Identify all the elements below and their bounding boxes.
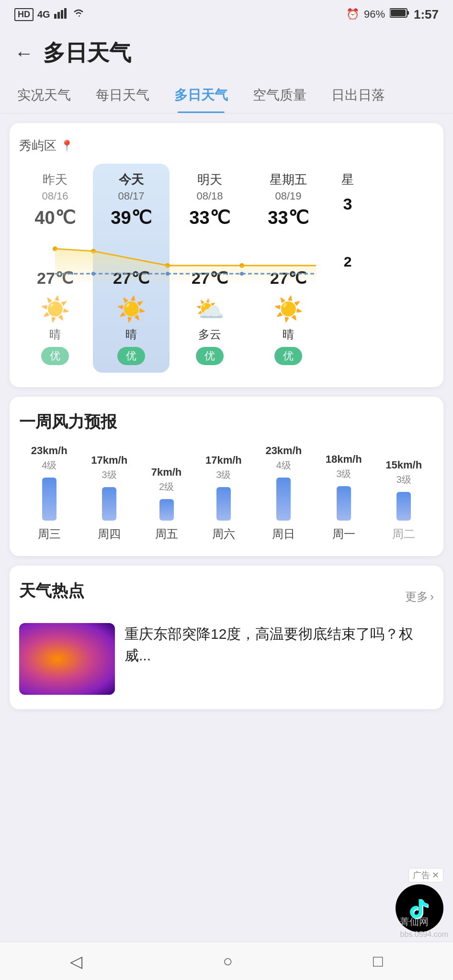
wind-col-4: 23km/h 4级 周日	[265, 445, 302, 542]
days-wrapper: 昨天 08/16 40℃ 27℃ ☀️ 晴 优 今天 08/17 39℃ 27	[19, 164, 434, 373]
wind-level-4: 4级	[276, 459, 291, 472]
tab-sunrise[interactable]: 日出日落	[319, 78, 397, 113]
weather-desc-yesterday: 晴	[49, 327, 61, 342]
bottom-nav: ◁ ○ □	[0, 942, 453, 980]
tab-multiday[interactable]: 多日天气	[162, 78, 240, 113]
high-temp-today: 39℃	[111, 207, 151, 228]
day-name-partial: 星	[341, 171, 354, 188]
high-temp-tomorrow: 33℃	[189, 207, 230, 228]
wind-day-2: 周五	[155, 526, 178, 542]
wind-level-2: 2级	[159, 480, 174, 493]
wind-level-6: 3级	[396, 473, 411, 486]
wind-arrow-3	[216, 487, 231, 521]
alarm-icon: ⏰	[346, 8, 359, 21]
wind-card: 一周风力预报 23km/h 4级 周三 17km/h 3级 周四 7km/h 2…	[10, 397, 443, 556]
wind-day-5: 周一	[332, 526, 355, 542]
wind-arrow-6	[396, 492, 411, 521]
back-button[interactable]: ←	[14, 43, 34, 64]
wifi-icon	[71, 7, 86, 22]
wind-col-3: 17km/h 3级 周六	[205, 454, 242, 542]
day-name-friday: 星期五	[270, 171, 307, 188]
wind-arrow-1	[102, 487, 116, 521]
wind-day-4: 周日	[272, 526, 295, 542]
hot-news-header: 天气热点 更多 ›	[19, 580, 434, 613]
weather-icon-friday: ☀️	[273, 295, 303, 323]
wind-section-title: 一周风力预报	[19, 411, 434, 433]
weather-icon-yesterday: ☀️	[40, 295, 70, 323]
news-thumb-image	[19, 623, 115, 695]
wind-speed-1: 17km/h	[91, 454, 127, 467]
tab-aqi[interactable]: 空气质量	[240, 78, 319, 113]
wind-col-1: 17km/h 3级 周四	[91, 454, 127, 542]
day-col-friday: 星期五 08/19 33℃ 27℃ ☀️ 晴 优	[250, 164, 327, 373]
svg-rect-0	[54, 14, 57, 19]
status-right: ⏰ 96% 1:57	[346, 7, 439, 22]
weather-desc-tomorrow: 多云	[198, 327, 221, 342]
status-left: HD 4G	[14, 7, 86, 22]
time-display: 1:57	[414, 7, 439, 22]
news-title-0: 重庆东部突降12度，高温要彻底结束了吗？权威...	[125, 623, 434, 666]
wind-col-0: 23km/h 4级 周三	[31, 445, 68, 542]
wind-arrow-4	[276, 478, 291, 521]
day-name-tomorrow: 明天	[197, 171, 222, 188]
location-row: 秀屿区 📍	[19, 137, 434, 154]
wind-day-6: 周二	[392, 526, 415, 542]
4g-icon: 4G	[37, 9, 50, 20]
wind-arrow-2	[159, 499, 174, 521]
wind-day-0: 周三	[38, 526, 61, 542]
svg-rect-6	[391, 10, 406, 16]
weather-desc-friday: 晴	[283, 327, 294, 342]
hot-news-title: 天气热点	[19, 580, 84, 602]
wind-speed-4: 23km/h	[265, 445, 302, 457]
low-temp-partial: 2	[344, 254, 352, 270]
aqi-badge-tomorrow: 优	[196, 347, 224, 365]
aqi-badge-today: 优	[117, 347, 145, 365]
wind-speed-0: 23km/h	[31, 445, 68, 457]
weather-icon-today: ☀️	[116, 295, 146, 323]
wind-level-1: 3级	[102, 468, 117, 481]
low-temp-friday: 27℃	[270, 268, 306, 288]
hd-icon: HD	[14, 8, 34, 21]
day-name-yesterday: 昨天	[43, 171, 68, 188]
high-temp-friday: 33℃	[268, 207, 308, 228]
header: ← 多日天气	[0, 29, 453, 78]
ad-label: 广告 ✕	[408, 868, 443, 882]
wind-grid: 23km/h 4级 周三 17km/h 3级 周四 7km/h 2级 周五 17…	[19, 445, 434, 542]
signal-icon	[54, 7, 68, 22]
weather-card: 秀屿区 📍 昨天 08/16 40℃ 27℃ ☀️ 晴 优	[10, 123, 443, 387]
day-col-partial: 星 3 2	[328, 164, 367, 373]
wind-level-3: 3级	[216, 468, 231, 481]
wind-col-5: 18km/h 3级 周一	[326, 453, 362, 542]
high-temp-partial: 3	[343, 195, 352, 213]
more-link[interactable]: 更多 ›	[405, 589, 434, 604]
main-content: 秀屿区 📍 昨天 08/16 40℃ 27℃ ☀️ 晴 优	[0, 113, 453, 709]
ad-close-icon[interactable]: ✕	[432, 870, 439, 880]
nav-back-button[interactable]: ◁	[56, 947, 97, 976]
location-name: 秀屿区	[19, 137, 57, 154]
chevron-right-icon: ›	[430, 590, 434, 603]
tab-current[interactable]: 实况天气	[5, 78, 83, 113]
news-item-0[interactable]: 重庆东部突降12度，高温要彻底结束了吗？权威...	[19, 623, 434, 695]
aqi-badge-friday: 优	[274, 347, 302, 365]
wind-day-1: 周四	[98, 526, 121, 542]
weather-icon-tomorrow: ⛅	[195, 295, 225, 323]
wind-level-5: 3级	[336, 468, 351, 480]
wind-col-2: 7km/h 2级 周五	[151, 466, 182, 542]
day-date-tomorrow: 08/18	[196, 190, 223, 202]
wind-arrow-5	[337, 486, 351, 521]
wind-speed-6: 15km/h	[385, 459, 422, 471]
day-col-tomorrow: 明天 08/18 33℃ 27℃ ⛅ 多云 优	[171, 164, 248, 373]
nav-recent-button[interactable]: □	[359, 947, 397, 975]
day-date-today: 08/17	[118, 190, 144, 202]
low-temp-tomorrow: 27℃	[192, 268, 228, 288]
low-temp-yesterday: 27℃	[37, 268, 73, 288]
battery-icon	[390, 8, 409, 21]
news-thumbnail-0	[19, 623, 115, 695]
svg-rect-3	[64, 8, 67, 19]
svg-rect-5	[407, 11, 409, 15]
nav-home-button[interactable]: ○	[208, 947, 247, 975]
wind-day-3: 周六	[212, 526, 235, 542]
tab-daily[interactable]: 每日天气	[83, 78, 162, 113]
wind-arrow-0	[42, 478, 57, 521]
weather-desc-today: 晴	[125, 327, 137, 342]
